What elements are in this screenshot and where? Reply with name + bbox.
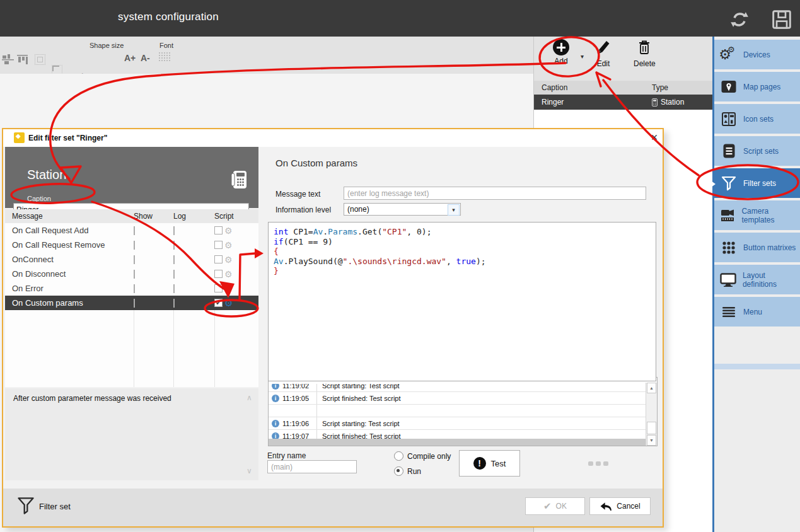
sidebar-item-script-sets[interactable]: Script sets [714,136,800,166]
script-editor[interactable]: int CP1=Av.Params.Get("CP1", 0);if(CP1 =… [268,222,656,381]
message-description: After custom parameter message was recei… [13,394,171,403]
log-row[interactable]: i11:19:05Script finished: Test script [269,392,646,405]
icon-grid-icon [714,112,743,126]
delete-button[interactable]: Delete [634,39,656,68]
log-checkbox[interactable] [173,270,175,279]
log-checkbox[interactable] [173,226,175,235]
combo-arrow-icon[interactable]: ▾ [448,204,460,216]
log-checkbox[interactable] [173,255,175,264]
add-button[interactable]: ▾ Add [553,39,569,66]
sidebar-item-devices[interactable]: ⚙⚙ Devices [714,40,800,69]
selected-item-pointer-icon [709,179,716,189]
distribute-icon[interactable] [2,54,14,65]
sidebar-item-filter-sets[interactable]: Filter sets [714,168,800,198]
table-row[interactable]: On Disconnect ⚙ [5,267,258,281]
log-checkbox[interactable] [173,284,175,293]
show-checkbox[interactable] [134,284,135,293]
chevron-up-icon[interactable]: ∧ [246,393,252,402]
hamburger-icon [714,307,743,317]
script-gear-icon[interactable]: ⚙ [224,270,233,279]
save-icon[interactable] [772,9,792,30]
check-icon: ✔ [543,500,552,512]
ellipsis-buttons[interactable] [588,461,608,466]
test-button[interactable]: ! Test [459,450,520,477]
log-checkbox[interactable] [173,299,175,308]
message-table: On Call Request Add ⚙ On Call Request Re… [5,223,258,310]
add-caret-icon[interactable]: ▾ [581,53,584,60]
log-row[interactable] [269,405,646,417]
sidebar-item-icon-sets[interactable]: Icon sets [714,104,800,134]
sidebar-item-camera-templates[interactable]: Camera templates [714,200,800,230]
ok-button[interactable]: ✔ OK [525,497,585,515]
log-checkbox[interactable] [173,241,175,250]
phone-icon [231,170,247,189]
script-checkbox-checked[interactable]: ✔ [214,299,223,307]
show-checkbox[interactable] [134,241,135,250]
table-row-selected[interactable]: On Custom params ✔⚙ [5,296,258,310]
chevron-down-icon[interactable]: ∨ [246,466,252,475]
script-checkbox[interactable] [214,270,223,278]
script-column-header[interactable]: Script [214,212,258,221]
cancel-button[interactable]: Cancel [589,497,651,515]
table-row[interactable]: On Call Request Remove ⚙ [5,238,258,252]
caption-label: Caption [27,195,51,202]
scroll-up-icon[interactable]: ▲ [647,383,656,393]
show-checkbox[interactable] [134,226,135,235]
table-row[interactable]: On Call Request Add ⚙ [5,223,258,238]
script-gear-icon[interactable]: ⚙ [224,284,233,293]
sidebar-item-menu[interactable]: Menu [714,297,800,327]
table-row-ringer[interactable]: Ringer Station [534,95,712,110]
information-level-label: Information level [275,205,331,214]
panel-heading: On Custom params [275,158,357,168]
grid-icon[interactable] [158,52,171,62]
close-icon[interactable]: × [647,131,661,144]
script-checkbox[interactable] [214,255,223,263]
log-scrollbar[interactable]: ▲ ▼ [646,383,657,446]
show-checkbox[interactable] [134,299,135,308]
sidebar-item-layout-definitions[interactable]: Layout definitions [714,265,800,294]
funnel-icon [714,176,743,191]
script-gear-icon[interactable]: ⚙ [224,298,233,308]
shape-size-label: Shape size [90,42,124,49]
log-row[interactable]: i11:19:06Script starting: Test script [269,417,646,430]
caption-column-header[interactable]: Caption [534,83,644,92]
add-icon [553,39,569,55]
log-column-header[interactable]: Log [173,212,214,221]
dialog-footer-label: Filter set [39,502,71,511]
script-checkbox[interactable] [214,284,223,292]
refresh-icon[interactable] [729,9,750,30]
script-gear-icon[interactable]: ⚙ [224,241,233,250]
message-table-empty-area [5,310,258,387]
information-level-select[interactable]: (none) ▾ [344,203,461,216]
script-gear-icon[interactable]: ⚙ [224,226,233,235]
table-row[interactable]: On Error ⚙ [5,281,258,296]
font-increase-button[interactable]: A+ [124,53,136,63]
log-row[interactable]: i11:19:02Script starting: Test script [269,384,646,392]
sidebar-item-map-pages[interactable]: Map pages [714,72,800,101]
show-checkbox[interactable] [134,270,135,279]
show-column-header[interactable]: Show [134,212,173,221]
type-column-header[interactable]: Type [644,83,712,92]
run-radio[interactable]: Run [394,466,421,476]
app-title: system configuration [118,11,219,23]
shape-frame-icon[interactable] [35,54,45,65]
message-description-panel: After custom parameter message was recei… [5,388,258,480]
entry-name-input[interactable] [267,460,357,473]
message-column-header[interactable]: Message [5,212,134,221]
script-log: i11:19:02Script starting: Test script i1… [268,377,658,446]
show-checkbox[interactable] [134,255,135,264]
message-text-input[interactable] [344,187,646,200]
edit-button[interactable]: Edit [596,39,611,68]
align-top-icon[interactable] [17,54,30,65]
app-titlebar: system configuration [0,0,800,37]
dialog-titlebar[interactable]: Edit filter set "Ringer" × [3,129,663,147]
table-row[interactable]: OnConnect ⚙ [5,252,258,267]
font-decrease-button[interactable]: A- [141,53,150,63]
script-gear-icon[interactable]: ⚙ [224,255,233,264]
script-checkbox[interactable] [214,226,223,234]
scroll-down-icon[interactable]: ▼ [647,435,656,446]
compile-only-radio[interactable]: Compile only [394,451,451,461]
scroll-thumb[interactable] [647,422,656,434]
script-checkbox[interactable] [214,241,223,249]
sidebar-item-button-matrixes[interactable]: Button matrixes [714,233,800,262]
